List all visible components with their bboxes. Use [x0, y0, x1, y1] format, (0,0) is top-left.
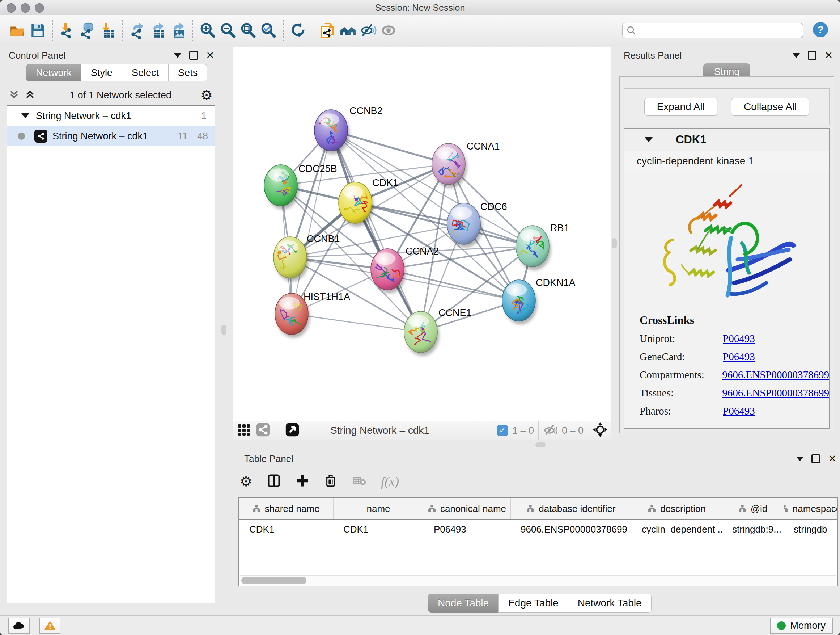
table-cell[interactable]: CDK1	[239, 519, 333, 539]
network-node-CCNB1[interactable]: CCNB1	[273, 233, 340, 281]
table-settings-gear-icon[interactable]: ⚙	[240, 475, 252, 488]
panel-menu-icon[interactable]	[796, 456, 804, 461]
delete-column-icon[interactable]	[324, 474, 338, 489]
add-column-icon[interactable]	[295, 474, 309, 489]
network-node-CDC25B[interactable]: CDC25B	[264, 163, 337, 209]
gear-icon[interactable]: ⚙	[201, 88, 213, 102]
crosslink-link[interactable]: 9606.ENSP00000378699	[722, 369, 829, 381]
save-session-icon[interactable]	[27, 20, 48, 41]
crosslink-link[interactable]: P06493	[723, 351, 755, 363]
network-node-HIST1H1A[interactable]: HIST1H1A	[275, 291, 350, 338]
network-node-CDK1[interactable]: CDK1	[339, 177, 398, 226]
warning-status-button[interactable]	[39, 618, 60, 633]
crosslink-link[interactable]: 9606.ENSP00000378699	[722, 387, 829, 399]
table-cell[interactable]: cyclin–dependent ...	[632, 519, 722, 539]
zoom-selected-icon[interactable]	[258, 20, 279, 41]
column-header-name[interactable]: name	[333, 498, 424, 519]
column-header-database-identifier[interactable]: database identifier	[510, 498, 632, 519]
network-list: String Network – cdk1 1 String Network –…	[6, 105, 215, 603]
network-node-CDC6[interactable]: CDC6	[447, 201, 507, 248]
horizontal-scrollbar[interactable]	[240, 575, 836, 586]
table-cell[interactable]: CDK1	[333, 519, 424, 539]
open-session-icon[interactable]	[7, 20, 27, 41]
network-node-RB1[interactable]: RB1	[516, 223, 569, 270]
tab-sets[interactable]: Sets	[168, 64, 207, 81]
show-all-icon[interactable]	[378, 20, 399, 41]
crosslink-link[interactable]: P06493	[723, 333, 755, 345]
close-panel-icon[interactable]: ✕	[824, 52, 833, 59]
expander-icon[interactable]	[645, 137, 653, 142]
import-network-file-icon[interactable]	[57, 20, 77, 41]
help-button[interactable]: ?	[812, 21, 829, 40]
table-cell[interactable]: stringdb	[783, 519, 838, 539]
select-columns-icon[interactable]	[267, 473, 281, 489]
network-node-CCNE1[interactable]: CCNE1	[404, 307, 472, 356]
column-header-shared-name[interactable]: shared name	[239, 498, 333, 519]
refresh-icon[interactable]	[288, 20, 308, 41]
collapse-all-icon[interactable]	[9, 89, 19, 101]
network-edge[interactable]	[292, 130, 331, 314]
tab-network[interactable]: Network	[26, 64, 81, 81]
export-table-icon[interactable]	[148, 20, 168, 41]
selected-nodes-checkbox-icon[interactable]: ✓	[497, 425, 508, 436]
column-header-description[interactable]: description	[632, 498, 722, 519]
close-panel-icon[interactable]: ✕	[206, 52, 214, 59]
crosslink-label: Compartments:	[639, 369, 722, 381]
detach-view-icon[interactable]	[285, 423, 300, 439]
tab-style[interactable]: Style	[81, 64, 122, 81]
zoom-in-icon[interactable]	[197, 20, 218, 41]
duplicate-network-icon[interactable]	[317, 20, 338, 41]
table-row[interactable]: CDK1CDK1P064939606.ENSP00000378699cyclin…	[239, 519, 838, 539]
tab-node-table[interactable]: Node Table	[428, 594, 499, 613]
column-header-namespace[interactable]: namespace	[783, 498, 838, 519]
network-row[interactable]: String Network – cdk1 11 48	[7, 126, 215, 146]
import-network-database-icon[interactable]	[77, 20, 98, 41]
panel-menu-icon[interactable]	[174, 53, 181, 58]
hide-selected-icon[interactable]	[358, 20, 378, 41]
zoom-fit-icon[interactable]	[238, 20, 258, 41]
scrollbar-thumb[interactable]	[241, 577, 306, 584]
cloud-status-button[interactable]	[8, 618, 30, 633]
tab-edge-table[interactable]: Edge Table	[498, 594, 568, 613]
float-panel-icon[interactable]	[189, 51, 198, 60]
column-header-canonical-name[interactable]: canonical name	[424, 498, 510, 519]
crosslink-link[interactable]: P06493	[723, 405, 755, 417]
panel-menu-icon[interactable]	[793, 53, 800, 58]
tab-select[interactable]: Select	[122, 64, 169, 81]
network-edge[interactable]	[292, 314, 421, 332]
network-node-CCNB2[interactable]: CCNB2	[314, 105, 383, 154]
tab-network-table[interactable]: Network Table	[568, 594, 652, 613]
table-cell[interactable]: P06493	[424, 519, 510, 539]
protein-section-header[interactable]: CDK1	[624, 128, 829, 151]
horizontal-splitter-handle[interactable]	[535, 442, 546, 448]
home-icon[interactable]	[338, 20, 358, 41]
birdseye-view-icon[interactable]	[237, 423, 251, 439]
float-panel-icon[interactable]	[812, 454, 820, 463]
expander-icon[interactable]	[21, 113, 29, 119]
zoom-out-icon[interactable]	[218, 20, 238, 41]
network-node-CDKN1A[interactable]: CDKN1A	[502, 277, 576, 325]
expand-all-icon[interactable]	[25, 89, 35, 101]
table-cell[interactable]: 9606.ENSP00000378699	[510, 519, 632, 539]
search-field	[622, 23, 803, 38]
crosslink-label: Pharos:	[639, 405, 723, 417]
memory-button[interactable]: Memory	[770, 618, 833, 633]
vertical-splitter-handle[interactable]	[221, 325, 226, 335]
fit-content-crosshair-icon[interactable]	[592, 422, 608, 439]
import-table-icon[interactable]	[98, 20, 118, 41]
export-network-icon[interactable]	[127, 20, 148, 41]
export-image-icon[interactable]	[168, 20, 188, 41]
table-cell[interactable]: stringdb:9...	[722, 519, 783, 539]
expand-all-button[interactable]: Expand All	[644, 98, 717, 116]
network-canvas[interactable]: CCNB2 CCNA1 CDC25B CDK1 CDC6 RB1 CCNB1 C…	[233, 47, 611, 421]
network-collection-row[interactable]: String Network – cdk1 1	[7, 106, 215, 126]
collapse-all-button[interactable]: Collapse All	[731, 98, 809, 116]
vertical-splitter-handle[interactable]	[612, 238, 617, 249]
search-input[interactable]	[622, 23, 803, 38]
float-panel-icon[interactable]	[808, 51, 816, 60]
column-header-@id[interactable]: @id	[722, 498, 783, 519]
network-overview-icon[interactable]	[256, 423, 270, 439]
toolbar-separator	[122, 20, 123, 41]
close-panel-icon[interactable]: ✕	[828, 455, 836, 462]
hidden-elements-icon[interactable]	[543, 423, 557, 439]
